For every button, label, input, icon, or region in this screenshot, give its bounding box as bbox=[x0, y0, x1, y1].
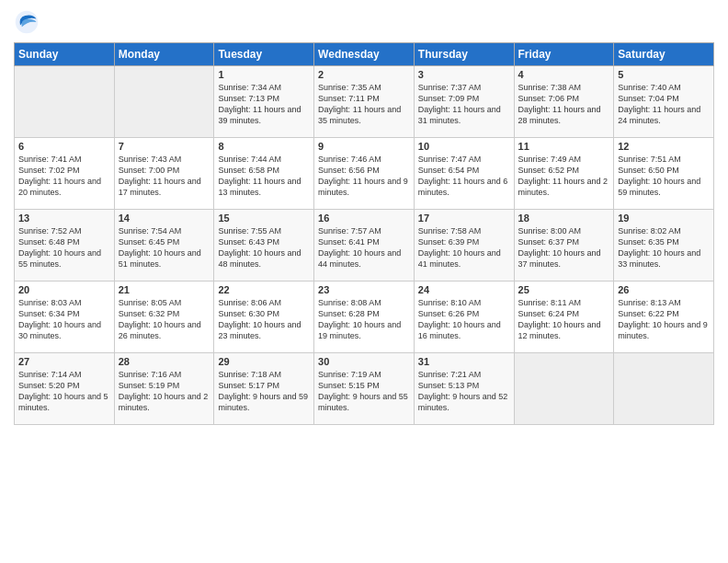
day-info: Sunrise: 7:34 AMSunset: 7:13 PMDaylight:… bbox=[218, 82, 310, 127]
weekday-header-wednesday: Wednesday bbox=[314, 43, 415, 66]
day-number: 2 bbox=[318, 69, 410, 80]
day-info: Sunrise: 7:41 AMSunset: 7:02 PMDaylight:… bbox=[18, 154, 110, 199]
calendar-cell: 15Sunrise: 7:55 AMSunset: 6:43 PMDayligh… bbox=[214, 210, 314, 282]
day-number: 7 bbox=[119, 141, 210, 152]
calendar-cell: 27Sunrise: 7:14 AMSunset: 5:20 PMDayligh… bbox=[15, 353, 115, 425]
day-info: Sunrise: 8:08 AMSunset: 6:28 PMDaylight:… bbox=[318, 297, 410, 342]
calendar-cell: 4Sunrise: 7:38 AMSunset: 7:06 PMDaylight… bbox=[514, 66, 614, 138]
day-info: Sunrise: 7:18 AMSunset: 5:17 PMDaylight:… bbox=[218, 369, 310, 414]
calendar-cell: 16Sunrise: 7:57 AMSunset: 6:41 PMDayligh… bbox=[314, 210, 415, 282]
day-info: Sunrise: 7:44 AMSunset: 6:58 PMDaylight:… bbox=[218, 154, 310, 199]
day-info: Sunrise: 7:54 AMSunset: 6:45 PMDaylight:… bbox=[119, 225, 210, 270]
weekday-header-monday: Monday bbox=[114, 43, 214, 66]
day-number: 15 bbox=[218, 213, 310, 224]
logo-icon bbox=[14, 9, 40, 35]
day-number: 1 bbox=[218, 69, 310, 80]
day-info: Sunrise: 8:10 AMSunset: 6:26 PMDaylight:… bbox=[418, 297, 510, 342]
day-number: 4 bbox=[518, 69, 610, 80]
day-info: Sunrise: 7:19 AMSunset: 5:15 PMDaylight:… bbox=[318, 369, 410, 414]
day-info: Sunrise: 7:38 AMSunset: 7:06 PMDaylight:… bbox=[518, 82, 610, 127]
calendar-cell: 6Sunrise: 7:41 AMSunset: 7:02 PMDaylight… bbox=[15, 138, 115, 210]
day-info: Sunrise: 7:57 AMSunset: 6:41 PMDaylight:… bbox=[318, 225, 410, 270]
logo bbox=[14, 9, 41, 35]
week-row-5: 27Sunrise: 7:14 AMSunset: 5:20 PMDayligh… bbox=[15, 353, 714, 425]
calendar-cell: 7Sunrise: 7:43 AMSunset: 7:00 PMDaylight… bbox=[114, 138, 214, 210]
day-info: Sunrise: 7:40 AMSunset: 7:04 PMDaylight:… bbox=[618, 82, 710, 127]
day-info: Sunrise: 7:14 AMSunset: 5:20 PMDaylight:… bbox=[18, 369, 110, 414]
calendar-cell: 21Sunrise: 8:05 AMSunset: 6:32 PMDayligh… bbox=[114, 282, 214, 353]
day-number: 10 bbox=[418, 141, 510, 152]
calendar-cell: 3Sunrise: 7:37 AMSunset: 7:09 PMDaylight… bbox=[414, 66, 514, 138]
day-number: 13 bbox=[18, 213, 110, 224]
calendar-table: SundayMondayTuesdayWednesdayThursdayFrid… bbox=[14, 42, 714, 425]
day-number: 29 bbox=[218, 356, 310, 367]
day-info: Sunrise: 7:52 AMSunset: 6:48 PMDaylight:… bbox=[18, 225, 110, 270]
day-info: Sunrise: 7:46 AMSunset: 6:56 PMDaylight:… bbox=[318, 154, 410, 199]
day-info: Sunrise: 8:02 AMSunset: 6:35 PMDaylight:… bbox=[618, 225, 710, 270]
day-info: Sunrise: 8:00 AMSunset: 6:37 PMDaylight:… bbox=[518, 225, 610, 270]
day-number: 6 bbox=[18, 141, 110, 152]
day-info: Sunrise: 7:49 AMSunset: 6:52 PMDaylight:… bbox=[518, 154, 610, 199]
calendar-cell: 18Sunrise: 8:00 AMSunset: 6:37 PMDayligh… bbox=[514, 210, 614, 282]
day-number: 28 bbox=[119, 356, 210, 367]
day-info: Sunrise: 7:37 AMSunset: 7:09 PMDaylight:… bbox=[418, 82, 510, 127]
calendar-cell: 29Sunrise: 7:18 AMSunset: 5:17 PMDayligh… bbox=[214, 353, 314, 425]
weekday-header-tuesday: Tuesday bbox=[214, 43, 314, 66]
week-row-3: 13Sunrise: 7:52 AMSunset: 6:48 PMDayligh… bbox=[15, 210, 714, 282]
week-row-2: 6Sunrise: 7:41 AMSunset: 7:02 PMDaylight… bbox=[15, 138, 714, 210]
calendar-cell: 30Sunrise: 7:19 AMSunset: 5:15 PMDayligh… bbox=[314, 353, 415, 425]
day-info: Sunrise: 8:13 AMSunset: 6:22 PMDaylight:… bbox=[618, 297, 710, 342]
calendar-cell: 20Sunrise: 8:03 AMSunset: 6:34 PMDayligh… bbox=[15, 282, 115, 353]
weekday-header-friday: Friday bbox=[514, 43, 614, 66]
weekday-header-thursday: Thursday bbox=[414, 43, 514, 66]
calendar-cell: 8Sunrise: 7:44 AMSunset: 6:58 PMDaylight… bbox=[214, 138, 314, 210]
calendar-cell: 1Sunrise: 7:34 AMSunset: 7:13 PMDaylight… bbox=[214, 66, 314, 138]
day-info: Sunrise: 7:51 AMSunset: 6:50 PMDaylight:… bbox=[618, 154, 710, 199]
day-number: 23 bbox=[318, 284, 410, 295]
day-number: 3 bbox=[418, 69, 510, 80]
day-number: 27 bbox=[18, 356, 110, 367]
weekday-header-row: SundayMondayTuesdayWednesdayThursdayFrid… bbox=[15, 43, 714, 66]
day-number: 22 bbox=[218, 284, 310, 295]
day-number: 25 bbox=[518, 284, 610, 295]
calendar-cell: 10Sunrise: 7:47 AMSunset: 6:54 PMDayligh… bbox=[414, 138, 514, 210]
day-info: Sunrise: 7:35 AMSunset: 7:11 PMDaylight:… bbox=[318, 82, 410, 127]
header bbox=[14, 9, 714, 35]
day-number: 20 bbox=[18, 284, 110, 295]
day-info: Sunrise: 8:06 AMSunset: 6:30 PMDaylight:… bbox=[218, 297, 310, 342]
calendar-cell: 11Sunrise: 7:49 AMSunset: 6:52 PMDayligh… bbox=[514, 138, 614, 210]
calendar-cell: 12Sunrise: 7:51 AMSunset: 6:50 PMDayligh… bbox=[614, 138, 714, 210]
day-info: Sunrise: 8:05 AMSunset: 6:32 PMDaylight:… bbox=[119, 297, 210, 342]
day-number: 26 bbox=[618, 284, 710, 295]
day-number: 21 bbox=[119, 284, 210, 295]
calendar-cell: 26Sunrise: 8:13 AMSunset: 6:22 PMDayligh… bbox=[614, 282, 714, 353]
calendar-page: SundayMondayTuesdayWednesdayThursdayFrid… bbox=[0, 0, 728, 563]
calendar-cell: 22Sunrise: 8:06 AMSunset: 6:30 PMDayligh… bbox=[214, 282, 314, 353]
day-info: Sunrise: 7:16 AMSunset: 5:19 PMDaylight:… bbox=[119, 369, 210, 414]
day-number: 5 bbox=[618, 69, 710, 80]
calendar-cell: 9Sunrise: 7:46 AMSunset: 6:56 PMDaylight… bbox=[314, 138, 415, 210]
day-number: 18 bbox=[518, 213, 610, 224]
day-info: Sunrise: 7:55 AMSunset: 6:43 PMDaylight:… bbox=[218, 225, 310, 270]
week-row-4: 20Sunrise: 8:03 AMSunset: 6:34 PMDayligh… bbox=[15, 282, 714, 353]
weekday-header-sunday: Sunday bbox=[15, 43, 115, 66]
calendar-cell bbox=[15, 66, 115, 138]
calendar-cell: 5Sunrise: 7:40 AMSunset: 7:04 PMDaylight… bbox=[614, 66, 714, 138]
weekday-header-saturday: Saturday bbox=[614, 43, 714, 66]
calendar-cell: 13Sunrise: 7:52 AMSunset: 6:48 PMDayligh… bbox=[15, 210, 115, 282]
calendar-cell: 24Sunrise: 8:10 AMSunset: 6:26 PMDayligh… bbox=[414, 282, 514, 353]
day-info: Sunrise: 7:58 AMSunset: 6:39 PMDaylight:… bbox=[418, 225, 510, 270]
calendar-cell bbox=[614, 353, 714, 425]
calendar-cell bbox=[114, 66, 214, 138]
day-number: 12 bbox=[618, 141, 710, 152]
calendar-cell: 25Sunrise: 8:11 AMSunset: 6:24 PMDayligh… bbox=[514, 282, 614, 353]
calendar-cell: 23Sunrise: 8:08 AMSunset: 6:28 PMDayligh… bbox=[314, 282, 415, 353]
day-number: 16 bbox=[318, 213, 410, 224]
calendar-cell: 2Sunrise: 7:35 AMSunset: 7:11 PMDaylight… bbox=[314, 66, 415, 138]
calendar-cell: 19Sunrise: 8:02 AMSunset: 6:35 PMDayligh… bbox=[614, 210, 714, 282]
day-number: 31 bbox=[418, 356, 510, 367]
day-info: Sunrise: 7:21 AMSunset: 5:13 PMDaylight:… bbox=[418, 369, 510, 414]
week-row-1: 1Sunrise: 7:34 AMSunset: 7:13 PMDaylight… bbox=[15, 66, 714, 138]
day-number: 8 bbox=[218, 141, 310, 152]
calendar-cell: 14Sunrise: 7:54 AMSunset: 6:45 PMDayligh… bbox=[114, 210, 214, 282]
